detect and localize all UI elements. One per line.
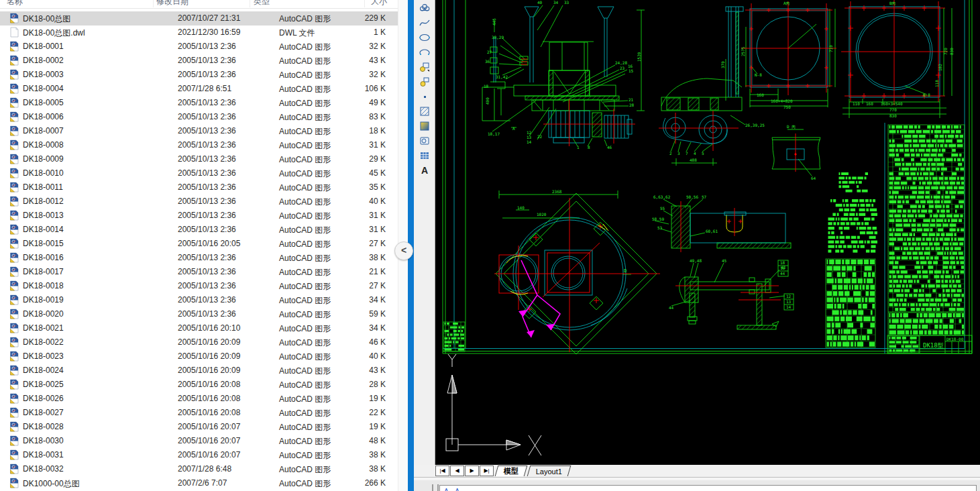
svg-text:55: 55 [660, 206, 665, 211]
file-row[interactable]: DK18-00092005/10/13 2:36AutoCAD 图形29 K [0, 152, 398, 166]
tab-layout1[interactable]: Layout1 [527, 466, 571, 476]
file-row[interactable]: DK18-00012005/10/13 2:36AutoCAD 图形32 K [0, 40, 398, 54]
file-date: 2005/10/13 2:36 [178, 267, 236, 276]
insert-block-button[interactable] [416, 60, 433, 74]
column-separator[interactable] [153, 0, 154, 7]
svg-text:34: 34 [553, 0, 559, 5]
file-type: DWL 文件 [279, 28, 315, 39]
file-row[interactable]: DK18-00082005/10/13 2:36AutoCAD 图形31 K [0, 138, 398, 152]
svg-text:830: 830 [949, 48, 954, 55]
file-row[interactable]: DK18-00172005/10/13 2:36AutoCAD 图形21 K [0, 265, 398, 279]
file-row[interactable]: DK18-00242005/10/16 20:09AutoCAD 图形43 K [0, 364, 398, 378]
file-row[interactable]: DK18-00142005/10/13 2:36AutoCAD 图形31 K [0, 223, 398, 237]
file-date: 2005/10/13 2:36 [178, 253, 236, 262]
file-row[interactable]: DK18-00232005/10/16 20:09AutoCAD 图形40 K [0, 349, 398, 364]
file-row[interactable]: DK18-00总图2007/10/27 21:31AutoCAD 图形229 K [0, 11, 398, 25]
file-size: 31 K [369, 225, 386, 234]
hatch-button[interactable] [416, 104, 433, 118]
make-block-button[interactable] [416, 74, 433, 89]
column-header-1[interactable]: 修改日期 [156, 0, 188, 7]
column-separator[interactable] [250, 0, 250, 7]
svg-text:750: 750 [783, 105, 791, 109]
spline-button[interactable] [416, 15, 433, 30]
draw-toolbar [414, 0, 435, 465]
file-row[interactable]: DK18-00222005/10/16 20:09AutoCAD 图形46 K [0, 335, 398, 349]
table-button[interactable] [416, 148, 433, 162]
file-row[interactable]: DK18-00032005/10/13 2:36AutoCAD 图形32 K [0, 68, 398, 82]
command-line-panel[interactable]: A A [414, 480, 980, 491]
tab-nav-button-3[interactable]: ▶| [480, 466, 494, 476]
file-date: 2007/1/28 6:48 [178, 464, 231, 474]
gradient-button[interactable] [416, 119, 433, 133]
file-date: 2005/10/13 2:36 [178, 42, 236, 51]
file-name: DK18-0019 [23, 295, 64, 305]
file-row[interactable]: DK18-00042007/1/28 6:51AutoCAD 图形106 K [0, 82, 398, 96]
file-row[interactable]: DK18-00212005/10/16 20:10AutoCAD 图形34 K [0, 321, 398, 335]
file-row[interactable]: DK1000-00总图2007/2/6 7:07AutoCAD 图形266 K [0, 476, 398, 490]
svg-text:45: 45 [722, 258, 727, 263]
region-button[interactable] [416, 133, 433, 148]
ellipse-button[interactable] [416, 30, 433, 44]
file-row[interactable]: DK18-00062005/10/13 2:36AutoCAD 图形83 K [0, 110, 398, 124]
tab-nav-button-0[interactable]: |◀ [435, 466, 449, 476]
dwg-file-icon [9, 393, 19, 404]
svg-text:14: 14 [786, 305, 792, 309]
file-row[interactable]: DK18-00112005/10/13 2:36AutoCAD 图形35 K [0, 180, 398, 195]
file-row[interactable]: DK18-00182005/10/13 2:36AutoCAD 图形27 K [0, 279, 398, 293]
collapse-panel-button[interactable]: < [394, 241, 413, 260]
column-header-3[interactable]: 大小 [371, 0, 387, 7]
hatch-icon [419, 105, 431, 117]
svg-text:24,28: 24,28 [615, 60, 627, 65]
file-row[interactable]: DK18-00252005/10/16 20:08AutoCAD 图形28 K [0, 378, 398, 392]
file-name: DK18-0010 [23, 168, 64, 178]
file-row[interactable]: DK18-00322007/1/28 6:48AutoCAD 图形38 K [0, 462, 398, 476]
file-date: 2005/10/16 20:07 [178, 436, 240, 445]
column-header-2[interactable]: 类型 [254, 0, 270, 7]
file-row[interactable]: DK18-00072005/10/13 2:36AutoCAD 图形18 K [0, 124, 398, 138]
svg-text:7: 7 [686, 151, 688, 156]
multiline-text-button[interactable] [416, 163, 433, 177]
svg-text:28: 28 [629, 103, 635, 107]
file-row[interactable]: DK18-00总图.dwl2021/12/30 16:59DWL 文件1 K [0, 25, 398, 40]
file-date: 2005/10/16 20:09 [178, 351, 240, 361]
file-row[interactable]: DK18-00162005/10/13 2:36AutoCAD 图形38 K [0, 251, 398, 265]
file-row[interactable]: DK18-00262005/10/16 20:08AutoCAD 图形19 K [0, 392, 398, 406]
svg-text:14: 14 [527, 140, 532, 144]
drawing-canvas[interactable]: 403433445152038,29273631,421840018,17121… [435, 0, 980, 465]
tab-nav-button-2[interactable]: ▶ [465, 466, 479, 476]
ellipse-arc-button[interactable] [416, 45, 433, 59]
point-button[interactable] [416, 89, 433, 103]
file-row[interactable]: DK18-00272005/10/16 20:08AutoCAD 图形22 K [0, 406, 398, 420]
file-type: AutoCAD 图形 [279, 337, 331, 349]
file-row[interactable]: DK18-00152005/10/16 20:05AutoCAD 图形27 K [0, 237, 398, 251]
file-type: AutoCAD 图形 [279, 422, 331, 433]
file-row[interactable]: DK18-00282005/10/16 20:07AutoCAD 图形19 K [0, 420, 398, 434]
file-row[interactable]: DK18-00022005/10/13 2:36AutoCAD 图形43 K [0, 54, 398, 68]
file-list: DK18-00总图2007/10/27 21:31AutoCAD 图形229 K… [0, 11, 398, 490]
file-type: AutoCAD 图形 [279, 154, 331, 166]
file-row[interactable]: DK18-00312005/10/16 20:07AutoCAD 图形38 K [0, 448, 398, 462]
tab-model[interactable]: 模型 [495, 466, 528, 476]
svg-text:36: 36 [485, 59, 490, 64]
column-header-0[interactable]: 名称 [7, 0, 23, 7]
tab-nav-button-1[interactable]: ◀ [450, 466, 464, 476]
file-date: 2005/10/13 2:36 [178, 56, 236, 65]
file-row[interactable]: DK18-00302005/10/16 20:07AutoCAD 图形48 K [0, 434, 398, 448]
file-row[interactable]: DK18-00122005/10/13 2:36AutoCAD 图形40 K [0, 195, 398, 209]
file-row[interactable]: DK18-00132005/10/13 2:36AutoCAD 图形31 K [0, 209, 398, 223]
file-date: 2005/10/13 2:36 [178, 197, 236, 206]
command-input[interactable]: A A [439, 485, 977, 491]
file-row[interactable]: DK18-00102005/10/13 2:36AutoCAD 图形45 K [0, 166, 398, 180]
file-size: 266 K [365, 478, 386, 488]
column-header-row[interactable]: 名称修改日期类型大小 [0, 0, 398, 9]
ellipse-icon [419, 32, 431, 44]
command-line-grip[interactable] [432, 484, 439, 491]
file-row[interactable]: DK18-00202005/10/13 2:36AutoCAD 图形59 K [0, 307, 398, 321]
file-row[interactable]: DK18-00052005/10/13 2:36AutoCAD 图形49 K [0, 96, 398, 110]
file-row[interactable]: DK18-00192005/10/13 2:36AutoCAD 图形34 K [0, 293, 398, 307]
dwg-file-icon [9, 210, 19, 221]
column-separator[interactable] [364, 0, 365, 7]
file-date: 2021/12/30 16:59 [178, 28, 240, 37]
revision-cloud-button[interactable] [416, 1, 433, 15]
file-date: 2005/10/16 20:10 [178, 323, 240, 333]
